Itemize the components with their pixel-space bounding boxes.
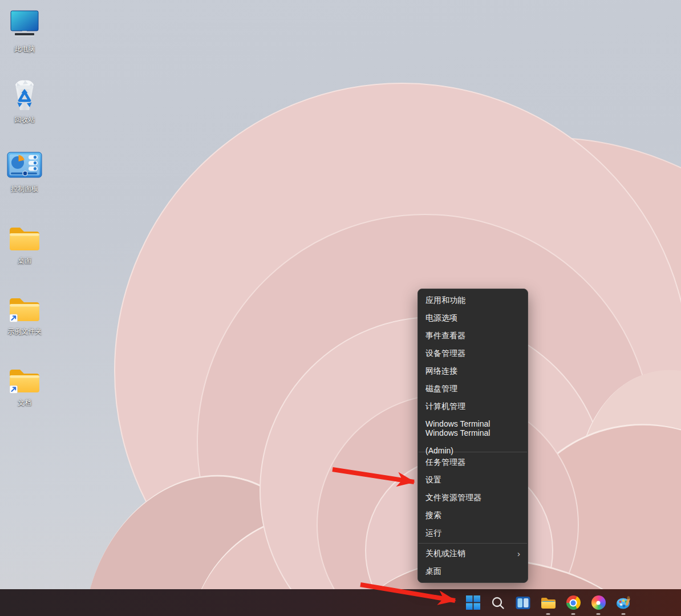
file-explorer-button[interactable] (536, 589, 561, 616)
taskbar (0, 589, 681, 616)
chevron-right-icon: › (517, 545, 520, 562)
recycle-bin-icon (6, 76, 43, 114)
running-indicator (622, 613, 626, 615)
running-indicator (597, 613, 601, 615)
folder-shortcut-icon (6, 362, 43, 397)
photos-icon (591, 595, 606, 610)
menu-item-disk-management[interactable]: 磁盘管理 (418, 380, 528, 398)
running-indicator (571, 613, 575, 615)
menu-item-shutdown-or-signout[interactable]: 关机或注销 › (418, 545, 528, 562)
desktop-icon-label: 控制面板 (11, 185, 38, 193)
menu-item-event-viewer[interactable]: 事件查看器 (418, 327, 528, 345)
menu-item-search[interactable]: 搜索 (418, 506, 528, 524)
photos-button[interactable] (586, 589, 611, 616)
desktop-icon-sample-folder[interactable]: 示例文件夹 (0, 290, 49, 335)
menu-item-run[interactable]: 运行 (418, 524, 528, 542)
shortcut-arrow-badge (10, 386, 18, 394)
desktop-icon-this-pc[interactable]: 此电脑 (0, 6, 49, 53)
menu-item-file-explorer[interactable]: 文件资源管理器 (418, 489, 528, 506)
menu-item-desktop[interactable]: 桌面 (418, 562, 528, 580)
file-explorer-icon (541, 596, 556, 610)
menu-item-power-options[interactable]: 电源选项 (418, 309, 528, 327)
this-pc-icon (6, 6, 43, 43)
chrome-icon (566, 595, 581, 610)
windows-logo-icon (466, 595, 480, 610)
desktop-icon-desktop-folder[interactable]: 桌面 (0, 220, 49, 265)
desktop-icon-recycle-bin[interactable]: 回收站 (0, 76, 49, 124)
desktop-icon-label: 桌面 (18, 257, 31, 265)
desktop-icon-control-panel[interactable]: 控制面板 (0, 148, 49, 193)
taskbar-buttons (460, 589, 636, 616)
menu-separator (419, 543, 527, 544)
menu-item-network-connections[interactable]: 网络连接 (418, 362, 528, 380)
winx-context-menu: 应用和功能 电源选项 事件查看器 设备管理器 网络连接 磁盘管理 计算机管理 W… (417, 289, 528, 583)
desktop-icon-label: 此电脑 (14, 45, 35, 53)
desktop-screen: 此电脑 回收站 (0, 0, 681, 616)
start-button[interactable] (460, 589, 485, 616)
desktop-icon-label: 回收站 (14, 116, 35, 124)
shortcut-arrow-badge (10, 314, 18, 322)
desktop-icon-label: 文档 (18, 399, 31, 407)
menu-item-windows-terminal-admin[interactable]: Windows Terminal (Admin) (418, 433, 528, 451)
paint-button[interactable] (611, 589, 636, 616)
desktop-icon-documents-folder[interactable]: 文档 (0, 362, 49, 407)
folder-shortcut-icon (6, 290, 43, 326)
chrome-button[interactable] (561, 589, 586, 616)
task-view-icon (516, 596, 530, 610)
search-icon (491, 596, 505, 610)
menu-item-settings[interactable]: 设置 (418, 471, 528, 489)
running-indicator (546, 613, 550, 615)
folder-icon (6, 220, 43, 255)
desktop-icon-label: 示例文件夹 (7, 327, 42, 335)
search-button[interactable] (485, 589, 510, 616)
paint-icon (616, 595, 631, 610)
task-view-button[interactable] (510, 589, 536, 616)
menu-item-computer-management[interactable]: 计算机管理 (418, 398, 528, 415)
menu-item-device-manager[interactable]: 设备管理器 (418, 345, 528, 362)
menu-item-apps-and-features[interactable]: 应用和功能 (418, 291, 528, 309)
control-panel-icon (6, 148, 43, 183)
